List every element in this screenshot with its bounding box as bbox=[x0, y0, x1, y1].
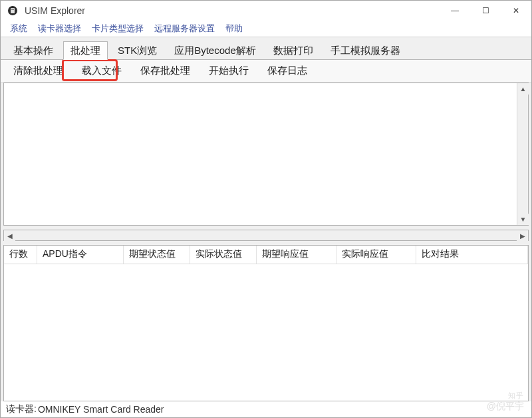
toolbar: 清除批处理 载入文件 保存批处理 开始执行 保存日志 bbox=[1, 60, 531, 83]
tab-manual-sim-server[interactable]: 手工模拟服务器 bbox=[323, 41, 408, 60]
maximize-icon: ☐ bbox=[482, 7, 489, 15]
window-controls: — ☐ ✕ bbox=[440, 1, 531, 21]
col-apdu[interactable]: APDU指令 bbox=[37, 246, 124, 264]
application-window: USIM Explorer — ☐ ✕ 系统 读卡器选择 卡片类型选择 远程服务… bbox=[0, 0, 532, 418]
minimize-button[interactable]: — bbox=[440, 1, 470, 21]
app-title: USIM Explorer bbox=[25, 5, 85, 16]
workarea: ▲ ▼ ◀ ▶ 行数 APDU指令 期望状态值 实际状态值 期望响应值 实际响应… bbox=[1, 83, 531, 401]
horizontal-scrollbar[interactable]: ◀ ▶ bbox=[3, 230, 529, 241]
menu-remote-server[interactable]: 远程服务器设置 bbox=[149, 21, 220, 36]
tab-batch[interactable]: 批处理 bbox=[63, 41, 108, 60]
menu-card-type[interactable]: 卡片类型选择 bbox=[86, 21, 149, 36]
menu-reader-select[interactable]: 读卡器选择 bbox=[33, 21, 86, 36]
toolbar-save-log[interactable]: 保存日志 bbox=[260, 62, 315, 80]
toolbar-clear-batch[interactable]: 清除批处理 bbox=[6, 62, 70, 80]
status-reader-value: OMNIKEY Smart Card Reader bbox=[38, 404, 164, 415]
toolbar-save-batch[interactable]: 保存批处理 bbox=[133, 62, 198, 80]
batch-textpane-container: ▲ ▼ bbox=[3, 83, 529, 226]
close-button[interactable]: ✕ bbox=[501, 1, 531, 21]
titlebar: USIM Explorer — ☐ ✕ bbox=[1, 1, 531, 21]
toolbar-start-exec[interactable]: 开始执行 bbox=[201, 62, 256, 80]
menu-system[interactable]: 系统 bbox=[5, 21, 33, 36]
scroll-up-icon[interactable]: ▲ bbox=[517, 83, 529, 95]
toolbar-load-file[interactable]: 载入文件 bbox=[74, 62, 129, 80]
menubar: 系统 读卡器选择 卡片类型选择 远程服务器设置 帮助 bbox=[1, 21, 531, 37]
scroll-down-icon[interactable]: ▼ bbox=[517, 214, 529, 225]
statusbar: 读卡器: OMNIKEY Smart Card Reader bbox=[1, 401, 531, 417]
col-row-number[interactable]: 行数 bbox=[4, 246, 37, 264]
tab-stk-browse[interactable]: STK浏览 bbox=[110, 41, 164, 60]
menu-help[interactable]: 帮助 bbox=[220, 21, 248, 36]
minimize-icon: — bbox=[451, 7, 459, 15]
close-icon: ✕ bbox=[513, 7, 519, 15]
batch-textpane[interactable] bbox=[4, 83, 517, 225]
maximize-button[interactable]: ☐ bbox=[470, 1, 501, 21]
tab-bytecode-parse[interactable]: 应用Bytecode解析 bbox=[167, 41, 263, 60]
scroll-track-h[interactable] bbox=[15, 230, 517, 240]
svg-rect-2 bbox=[11, 9, 14, 10]
col-expected-status[interactable]: 期望状态值 bbox=[124, 246, 190, 264]
scroll-track-v[interactable] bbox=[517, 95, 528, 214]
scroll-right-icon[interactable]: ▶ bbox=[517, 230, 528, 242]
tab-data-print[interactable]: 数据打印 bbox=[266, 41, 321, 60]
scroll-left-icon[interactable]: ◀ bbox=[4, 230, 15, 242]
status-reader-label: 读卡器: bbox=[6, 403, 37, 415]
table-body[interactable] bbox=[4, 264, 528, 401]
tabbar: 基本操作 批处理 STK浏览 应用Bytecode解析 数据打印 手工模拟服务器 bbox=[1, 37, 531, 60]
tab-basic-ops[interactable]: 基本操作 bbox=[6, 41, 61, 60]
app-icon bbox=[6, 4, 19, 17]
results-table: 行数 APDU指令 期望状态值 实际状态值 期望响应值 实际响应值 比对结果 bbox=[3, 245, 529, 401]
col-compare-result[interactable]: 比对结果 bbox=[416, 246, 528, 264]
col-actual-response[interactable]: 实际响应值 bbox=[336, 246, 416, 264]
vertical-scrollbar[interactable]: ▲ ▼ bbox=[517, 83, 528, 225]
col-expected-response[interactable]: 期望响应值 bbox=[257, 246, 336, 264]
table-header-row: 行数 APDU指令 期望状态值 实际状态值 期望响应值 实际响应值 比对结果 bbox=[4, 246, 528, 264]
col-actual-status[interactable]: 实际状态值 bbox=[190, 246, 257, 264]
